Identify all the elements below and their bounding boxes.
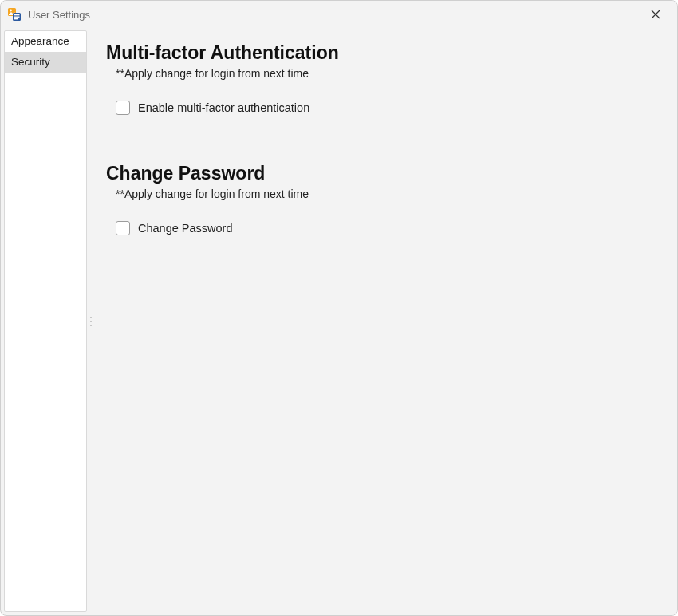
splitter-grip-icon <box>90 317 92 326</box>
close-icon <box>651 10 660 19</box>
app-icon <box>7 7 22 22</box>
section-mfa: Multi-factor Authentication **Apply chan… <box>106 42 658 115</box>
section-heading: Change Password <box>106 163 658 184</box>
svg-rect-3 <box>14 14 20 15</box>
checkbox-row-change-password: Change Password <box>116 221 658 235</box>
section-heading: Multi-factor Authentication <box>106 42 658 64</box>
section-note: **Apply change for login from next time <box>116 67 658 80</box>
user-settings-window: User Settings Appearance Security M <box>0 0 678 616</box>
title-bar: User Settings <box>1 1 677 28</box>
checkbox-label: Change Password <box>138 222 233 235</box>
content-panel: Multi-factor Authentication **Apply chan… <box>95 28 677 615</box>
section-change-password: Change Password **Apply change for login… <box>106 163 658 235</box>
window-body: Appearance Security Multi-factor Authent… <box>1 28 677 615</box>
sidebar-item-label: Appearance <box>11 35 69 47</box>
checkbox-row-mfa: Enable multi-factor authentication <box>116 101 658 115</box>
change-password-checkbox[interactable] <box>116 221 130 235</box>
enable-mfa-checkbox[interactable] <box>116 101 130 115</box>
window-title: User Settings <box>28 9 90 21</box>
sidebar-item-label: Security <box>11 56 50 68</box>
sidebar-splitter[interactable] <box>87 28 95 615</box>
sidebar-item-security[interactable]: Security <box>5 52 86 73</box>
close-button[interactable] <box>644 2 668 26</box>
svg-rect-5 <box>14 18 18 19</box>
svg-point-1 <box>10 10 12 12</box>
sidebar-item-appearance[interactable]: Appearance <box>5 31 86 52</box>
title-bar-left: User Settings <box>7 7 90 22</box>
checkbox-label: Enable multi-factor authentication <box>138 101 309 114</box>
section-note: **Apply change for login from next time <box>116 188 658 200</box>
sidebar: Appearance Security <box>4 30 87 612</box>
svg-rect-4 <box>14 17 20 18</box>
